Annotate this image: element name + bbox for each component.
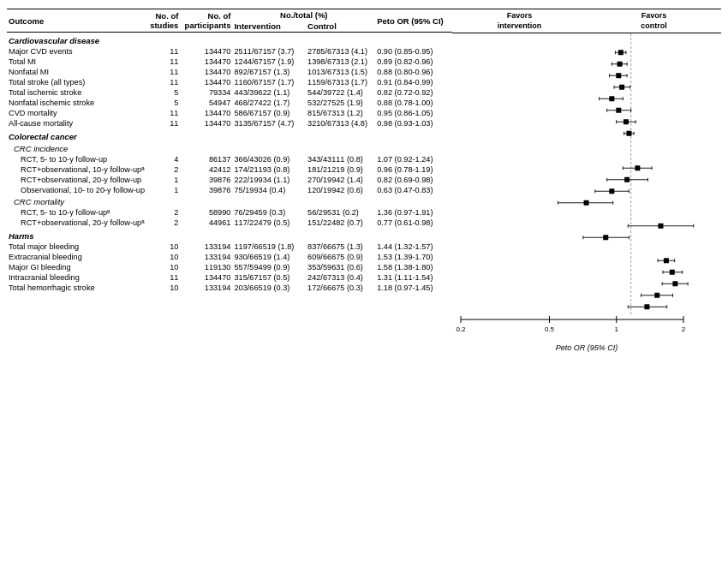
subsection-header-row: CRC mortality: [7, 195, 452, 207]
section-label: Cardiovascular disease: [7, 33, 452, 47]
participants-count: 42412: [180, 164, 232, 175]
control-value: 181/21219 (0.9): [306, 164, 375, 175]
data-row: RCT, 5- to 10-y follow-upª 2 58990 76/29…: [7, 207, 452, 218]
outcome-label: RCT+observational, 20-y follow-up: [7, 175, 146, 185]
control-value: 56/29531 (0.2): [306, 207, 375, 218]
svg-rect-76: [644, 305, 649, 310]
control-value: 270/19942 (1.4): [306, 175, 375, 185]
intervention-value: 174/21193 (0.8): [232, 164, 306, 175]
studies-count: 11: [146, 272, 180, 283]
peto-or-value: 1.58 (1.38-1.80): [375, 262, 452, 272]
control-value: 172/66675 (0.3): [306, 283, 375, 293]
intervention-value: 366/43026 (0.9): [232, 154, 306, 164]
outcome-label: All-cause mortality: [7, 118, 146, 128]
studies-count: 10: [146, 283, 180, 293]
col-studies: No. ofstudies: [146, 9, 180, 33]
outcome-label: Nonfatal MI: [7, 67, 146, 77]
participants-count: 134470: [180, 108, 232, 118]
data-row: RCT+observational, 20-y follow-up 1 3987…: [7, 175, 452, 185]
data-row: Total hemorrhagic stroke 10 133194 203/6…: [7, 283, 452, 293]
studies-count: 11: [146, 67, 180, 77]
axis-label: Peto OR (95% CI): [452, 343, 721, 352]
peto-or-value: 1.18 (0.97-1.45): [375, 283, 452, 293]
outcome-label: RCT, 5- to 10-y follow-up: [7, 154, 146, 164]
control-value: 544/39722 (1.4): [306, 87, 375, 98]
svg-rect-60: [664, 259, 669, 264]
participants-count: 54947: [180, 98, 232, 108]
svg-rect-12: [616, 74, 621, 79]
studies-count: 10: [146, 242, 180, 252]
control-value: 1398/67313 (2.1): [306, 57, 375, 67]
control-value: 242/67313 (0.4): [306, 272, 375, 283]
peto-or-value: 0.63 (0.47-0.83): [375, 185, 452, 195]
outcome-label: Total MI: [7, 57, 146, 67]
section-label: Harms: [7, 228, 452, 242]
control-value: 532/27525 (1.9): [306, 98, 375, 108]
svg-text:2: 2: [682, 325, 686, 333]
data-row: RCT, 5- to 10-y follow-up 4 86137 366/43…: [7, 154, 452, 164]
outcome-label: Observational, 10- to 20-y follow-up: [7, 185, 146, 195]
participants-count: 133194: [180, 283, 232, 293]
svg-rect-20: [609, 97, 614, 102]
peto-or-value: 0.96 (0.78-1.19): [375, 164, 452, 175]
data-row: Intracranial bleeding 11 134470 315/6715…: [7, 272, 452, 283]
studies-count: 10: [146, 262, 180, 272]
outcome-label: Total stroke (all types): [7, 77, 146, 87]
favors-control-label: Favorscontrol: [587, 11, 721, 31]
svg-rect-44: [609, 189, 614, 194]
col-peto-or: Peto OR (95% CI): [375, 9, 452, 33]
participants-count: 134470: [180, 272, 232, 283]
svg-rect-48: [584, 200, 589, 206]
table-header-row: Outcome No. ofstudies No. ofparticipants…: [7, 9, 452, 21]
main-container: Outcome No. ofstudies No. ofparticipants…: [7, 9, 721, 352]
peto-or-value: 0.91 (0.84-0.99): [375, 77, 452, 87]
svg-text:1: 1: [615, 325, 619, 333]
col-intervention: Intervention: [232, 21, 306, 33]
svg-rect-24: [616, 108, 621, 113]
svg-rect-36: [635, 166, 640, 171]
data-row: Major GI bleeding 10 119130 557/59499 (0…: [7, 262, 452, 272]
participants-count: 134470: [180, 118, 232, 128]
peto-or-value: 0.88 (0.78-1.00): [375, 98, 452, 108]
participants-count: 133194: [180, 252, 232, 262]
studies-count: 5: [146, 98, 180, 108]
data-row: Major CVD events 11 134470 2511/67157 (3…: [7, 46, 452, 57]
participants-count: 39876: [180, 175, 232, 185]
svg-rect-72: [654, 293, 659, 298]
peto-or-value: 0.77 (0.61-0.98): [375, 218, 452, 228]
participants-count: 134470: [180, 77, 232, 87]
outcome-label: CVD mortality: [7, 108, 146, 118]
studies-count: 1: [146, 175, 180, 185]
studies-count: 2: [146, 164, 180, 175]
participants-count: 39876: [180, 185, 232, 195]
peto-or-value: 1.53 (1.39-1.70): [375, 252, 452, 262]
svg-rect-4: [618, 51, 624, 56]
svg-rect-16: [619, 85, 624, 90]
data-table: Outcome No. ofstudies No. ofparticipants…: [7, 9, 452, 293]
data-row: Total ischemic stroke 5 79334 443/39622 …: [7, 87, 452, 98]
control-value: 3210/67313 (4.8): [306, 118, 375, 128]
intervention-value: 443/39622 (1.1): [232, 87, 306, 98]
svg-rect-64: [670, 270, 675, 275]
peto-or-value: 0.82 (0.72-0.92): [375, 87, 452, 98]
intervention-value: 468/27422 (1.7): [232, 98, 306, 108]
table-section: Outcome No. ofstudies No. ofparticipants…: [7, 9, 452, 352]
outcome-label: RCT+observational, 10-y follow-upª: [7, 164, 146, 175]
col-participants: No. ofparticipants: [180, 9, 232, 33]
intervention-value: 1244/67157 (1.9): [232, 57, 306, 67]
peto-or-value: 0.98 (0.93-1.03): [375, 118, 452, 128]
outcome-label: Total hemorrhagic stroke: [7, 283, 146, 293]
outcome-label: Major CVD events: [7, 46, 146, 57]
peto-or-value: 1.31 (1.11-1.54): [375, 272, 452, 283]
control-value: 353/59631 (0.6): [306, 262, 375, 272]
col-control: Control: [306, 21, 375, 33]
data-row: Total major bleeding 10 133194 1197/6651…: [7, 242, 452, 252]
participants-count: 134470: [180, 67, 232, 77]
participants-count: 44961: [180, 218, 232, 228]
svg-rect-8: [618, 62, 623, 67]
studies-count: 1: [146, 185, 180, 195]
studies-count: 11: [146, 46, 180, 57]
data-row: CVD mortality 11 134470 586/67157 (0.9) …: [7, 108, 452, 118]
data-row: Nonfatal MI 11 134470 892/67157 (1.3) 10…: [7, 67, 452, 77]
studies-count: 11: [146, 118, 180, 128]
